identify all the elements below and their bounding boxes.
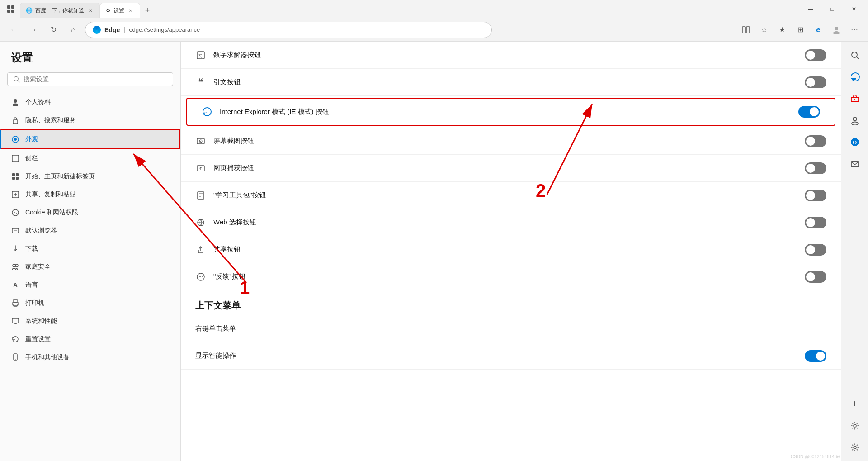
tab-baidu[interactable]: 🌐 百度一下，你就知道 ✕ xyxy=(20,3,100,18)
sidebar-item-family-label: 家庭安全 xyxy=(25,263,51,271)
address-separator: | xyxy=(123,26,125,34)
new-tab-button[interactable]: + xyxy=(140,4,155,18)
tab-baidu-favicon: 🌐 xyxy=(26,7,33,14)
privacy-nav-icon xyxy=(11,116,20,125)
window-icon xyxy=(4,2,18,16)
sidebar-item-reset-label: 重置设置 xyxy=(25,335,51,343)
learning-row: "学习工具包"按钮 xyxy=(181,182,841,209)
share-label: 共享按钮 xyxy=(213,245,797,254)
svg-rect-27 xyxy=(12,228,19,233)
sidebar-item-reset[interactable]: 重置设置 xyxy=(0,330,180,348)
quote-icon: ❝ xyxy=(195,77,206,88)
settings-more-icon[interactable]: ⋯ xyxy=(846,22,863,38)
sidebar-item-share[interactable]: 共享、复制和粘贴 xyxy=(0,185,180,204)
share-toggle[interactable] xyxy=(805,244,826,256)
extensions-icon[interactable]: e xyxy=(810,22,826,38)
webcapture-row: 网页捕获按钮 xyxy=(181,155,841,182)
right-toolkit-icon[interactable] xyxy=(845,89,865,109)
svg-point-57 xyxy=(199,276,200,277)
sidebar-item-cookie[interactable]: Cookie 和网站权限 xyxy=(0,204,180,222)
share-icon xyxy=(195,244,206,255)
feedback-row: "反馈"按钮 xyxy=(181,263,841,290)
svg-point-58 xyxy=(200,276,201,277)
screenshot-row: 屏幕截图按钮 xyxy=(181,128,841,155)
sidebar-item-default[interactable]: 默认浏览器 xyxy=(0,222,180,240)
rightclick-row: 右键单击菜单 xyxy=(181,315,841,342)
sidebar-item-printer[interactable]: 打印机 xyxy=(0,294,180,312)
address-url: edge://settings/appearance xyxy=(129,26,200,33)
smartops-row: 显示智能操作 xyxy=(181,342,841,370)
favorites-icon[interactable]: ☆ xyxy=(756,22,772,38)
back-button[interactable]: ← xyxy=(5,22,22,38)
settings-sidebar: 设置 个人资料 隐私、搜索和服务 外观 侧栏 xyxy=(0,42,181,461)
sidebar-item-language[interactable]: A 语言 xyxy=(0,276,180,294)
quote-toggle[interactable] xyxy=(805,76,826,88)
sidebar-item-sidebar-label: 侧栏 xyxy=(25,154,38,162)
default-nav-icon xyxy=(11,226,20,235)
tab-settings[interactable]: ⚙ 设置 ✕ xyxy=(100,3,140,18)
tab-settings-favicon: ⚙ xyxy=(106,7,111,14)
right-add-icon[interactable]: + xyxy=(845,394,865,414)
sidebar-item-system[interactable]: 系统和性能 xyxy=(0,312,180,330)
tab-baidu-close[interactable]: ✕ xyxy=(87,7,94,14)
sidebar-item-download-label: 下载 xyxy=(25,245,38,253)
svg-point-31 xyxy=(13,264,15,267)
feedback-toggle[interactable] xyxy=(805,271,826,283)
forward-button[interactable]: → xyxy=(25,22,42,38)
minimize-button[interactable]: — xyxy=(800,2,821,16)
sidebar-item-sidebar[interactable]: 侧栏 xyxy=(0,149,180,167)
sidebar-item-default-label: 默认浏览器 xyxy=(25,227,57,235)
search-input[interactable] xyxy=(24,76,167,83)
svg-point-47 xyxy=(200,141,201,142)
right-settings2-icon[interactable] xyxy=(845,437,865,457)
sidebar-item-start-label: 开始、主页和新建标签页 xyxy=(25,172,95,181)
svg-rect-17 xyxy=(12,173,15,176)
address-bar[interactable]: Edge | edge://settings/appearance xyxy=(85,22,492,38)
mobile-nav-icon xyxy=(11,353,20,362)
split-screen-icon[interactable] xyxy=(738,22,754,38)
sidebar-item-privacy[interactable]: 隐私、搜索和服务 xyxy=(0,111,180,129)
right-search-icon[interactable] xyxy=(845,45,865,65)
webcapture-toggle[interactable] xyxy=(805,162,826,174)
sidebar-item-mobile[interactable]: 手机和其他设备 xyxy=(0,348,180,366)
svg-rect-20 xyxy=(16,177,19,180)
sidebar-item-share-label: 共享、复制和粘贴 xyxy=(25,190,76,199)
refresh-button[interactable]: ↻ xyxy=(45,22,61,38)
svg-point-25 xyxy=(14,212,15,213)
right-settings-icon[interactable] xyxy=(845,416,865,436)
svg-point-32 xyxy=(15,264,18,267)
learning-toggle[interactable] xyxy=(805,190,826,201)
math-solver-toggle[interactable] xyxy=(805,49,826,61)
profile-icon[interactable] xyxy=(828,22,844,38)
webselect-toggle[interactable] xyxy=(805,217,826,228)
right-profile-icon[interactable] xyxy=(845,110,865,130)
collections-icon[interactable]: ★ xyxy=(774,22,790,38)
tab-settings-close[interactable]: ✕ xyxy=(127,7,134,14)
sidebar-item-profile[interactable]: 个人资料 xyxy=(0,93,180,111)
search-box[interactable] xyxy=(7,72,173,86)
right-outlook-icon[interactable]: O xyxy=(845,132,865,152)
right-edge-icon[interactable] xyxy=(845,67,865,87)
svg-point-69 xyxy=(854,424,856,427)
sidebar-item-family[interactable]: 家庭安全 xyxy=(0,258,180,276)
home-button[interactable]: ⌂ xyxy=(65,22,81,38)
svg-point-6 xyxy=(835,27,838,30)
webselect-label: Web 选择按钮 xyxy=(213,218,797,227)
toolbar-icons: ☆ ★ ⊞ e ⋯ xyxy=(738,22,863,38)
math-solver-label: 数字求解器按钮 xyxy=(213,51,797,59)
svg-rect-49 xyxy=(198,192,204,199)
svg-rect-15 xyxy=(12,155,19,162)
browser-essentials-icon[interactable]: ⊞ xyxy=(792,22,808,38)
ie-mode-label: Internet Explorer 模式 (IE 模式) 按钮 xyxy=(220,108,791,116)
maximize-button[interactable]: □ xyxy=(822,2,843,16)
ie-mode-toggle[interactable] xyxy=(798,106,820,118)
close-button[interactable]: ✕ xyxy=(844,2,864,16)
smartops-toggle[interactable] xyxy=(805,350,826,362)
svg-point-65 xyxy=(852,122,858,125)
sidebar-item-appearance[interactable]: 外观 xyxy=(0,129,180,149)
sidebar-item-start[interactable]: 开始、主页和新建标签页 xyxy=(0,167,180,185)
sidebar-item-cookie-label: Cookie 和网站权限 xyxy=(25,209,78,217)
sidebar-item-download[interactable]: 下载 xyxy=(0,240,180,258)
right-mail-icon[interactable] xyxy=(845,154,865,174)
screenshot-toggle[interactable] xyxy=(805,135,826,147)
